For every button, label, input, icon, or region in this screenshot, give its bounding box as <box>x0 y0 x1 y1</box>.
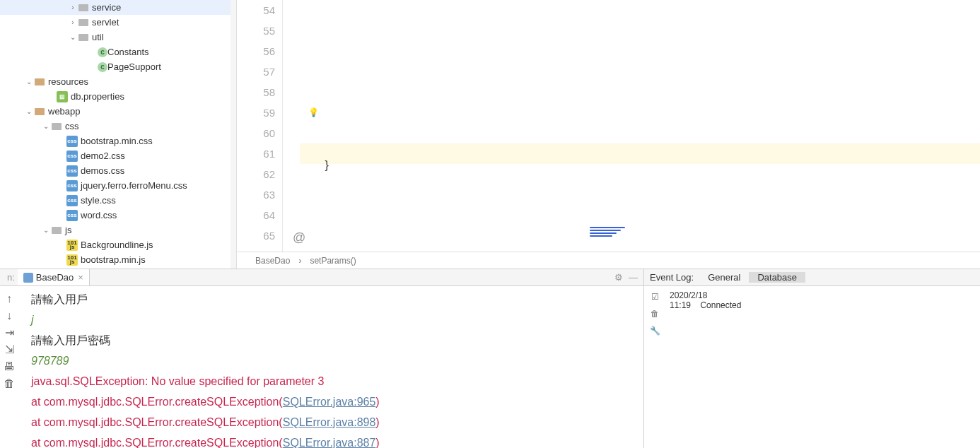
tree-label: word.css <box>81 210 117 220</box>
tree-label: PageSupport <box>107 61 161 72</box>
console-stack-line: at com.mysql.jdbc.SQLError.createSQLExce… <box>31 432 638 448</box>
fold-gutter[interactable]: @ <box>283 0 297 252</box>
stack-link[interactable]: SQLError.java:898 <box>283 416 376 428</box>
chevron-down-icon: ⌄ <box>41 122 51 130</box>
tree-item-util[interactable]: ⌄ util <box>0 30 236 45</box>
tree-label: style.css <box>81 195 116 206</box>
tree-item-pagesupport[interactable]: PageSupport <box>0 59 236 74</box>
tree-item[interactable]: jquery.ferro.ferroMenu-1.1.min.js <box>0 267 236 269</box>
close-icon[interactable]: × <box>78 272 83 283</box>
event-log-body: ☑ 🗑 🔧 2020/2/18 11:19 Connected <box>644 286 980 448</box>
tree-label: Backgroundline.js <box>81 240 153 250</box>
console-stack-line: at com.mysql.jdbc.SQLError.createSQLExce… <box>31 391 638 412</box>
chevron-down-icon: ⌄ <box>41 226 51 234</box>
tree-label: webapp <box>48 106 81 117</box>
tree-item[interactable]: word.css <box>0 208 236 223</box>
folder-icon <box>51 121 62 132</box>
code-area[interactable]: 545556 575859 606162 636465 @ } public s… <box>237 0 980 252</box>
class-icon <box>98 47 107 57</box>
tree-item-resources[interactable]: ⌄ resources <box>0 74 236 89</box>
chevron-down-icon: ⌄ <box>24 78 34 86</box>
tree-label: js <box>65 225 71 235</box>
tree-item-css[interactable]: ⌄ css <box>0 119 236 134</box>
file-icon <box>23 273 33 283</box>
clear-icon[interactable]: 🗑 <box>648 307 661 320</box>
chevron-down-icon: ⌄ <box>68 33 78 41</box>
breadcrumb-bar[interactable]: BaseDao › setParams() <box>237 252 980 269</box>
tree-label: bootstrap.min.css <box>81 136 153 146</box>
tree-item[interactable]: demo2.css <box>0 148 236 163</box>
scroll-to-end-icon[interactable]: ⇲ <box>3 343 16 355</box>
mark-read-icon[interactable]: ☑ <box>648 290 661 303</box>
scroll-down-icon[interactable]: ↓ <box>3 309 16 322</box>
tree-label: demos.css <box>81 165 124 176</box>
tree-label: service <box>92 2 121 13</box>
folder-icon <box>78 32 89 43</box>
js-file-icon <box>66 254 78 266</box>
soft-wrap-icon[interactable]: ⇥ <box>3 326 16 338</box>
event-log-tools: ☑ 🗑 🔧 <box>648 290 665 444</box>
css-file-icon <box>66 180 78 191</box>
event-entry: 11:19 Connected <box>670 300 976 310</box>
tab-prefix: n: <box>4 272 18 283</box>
tree-item-js[interactable]: ⌄ js <box>0 223 236 237</box>
event-log-tab-general[interactable]: General <box>699 272 749 283</box>
console-panel: n: BaseDao × ⚙ — ↑ ↓ ⇥ ⇲ 🖶 🗑 請輸入用戶 j 請輸入… <box>0 269 643 448</box>
clear-icon[interactable]: 🗑 <box>3 377 16 389</box>
console-toolbar: ↑ ↓ ⇥ ⇲ 🖶 🗑 <box>3 289 24 389</box>
scroll-up-icon[interactable]: ↑ <box>3 292 16 305</box>
css-file-icon <box>66 165 78 177</box>
tree-item[interactable]: jquery.ferro.ferroMenu.css <box>0 178 236 193</box>
chevron-right-icon: › <box>68 4 78 11</box>
tree-label: css <box>65 121 79 131</box>
tree-item-webapp[interactable]: ⌄ webapp <box>0 104 236 119</box>
console-tab[interactable]: BaseDao × <box>18 269 90 285</box>
print-icon[interactable]: 🖶 <box>3 360 16 372</box>
tree-item[interactable]: demos.css <box>0 163 236 178</box>
tree-item-dbprops[interactable]: db.properties <box>0 89 236 104</box>
tree-item[interactable]: Backgroundline.js <box>0 237 236 252</box>
tree-label: bootstrap.min.js <box>81 254 146 265</box>
class-icon <box>98 62 107 72</box>
project-file-tree[interactable]: › service › servlet ⌄ util Constants Pag… <box>0 0 237 269</box>
minimize-icon[interactable]: — <box>629 272 638 283</box>
css-file-icon <box>66 195 78 206</box>
tab-label: BaseDao <box>36 272 74 283</box>
event-date: 2020/2/18 <box>670 290 976 300</box>
tree-label: util <box>92 32 104 42</box>
tree-item[interactable]: bootstrap.min.css <box>0 134 236 148</box>
tree-label: jquery.ferro.ferroMenu.css <box>81 180 187 191</box>
folder-icon <box>78 2 89 13</box>
tree-item[interactable]: bootstrap.min.js <box>0 252 236 267</box>
console-output[interactable]: ↑ ↓ ⇥ ⇲ 🖶 🗑 請輸入用戶 j 請輸入用戶密碼 978789 java.… <box>0 286 643 448</box>
breadcrumb-item[interactable]: BaseDao <box>255 256 290 266</box>
console-stack-line: at com.mysql.jdbc.SQLError.createSQLExce… <box>31 412 638 432</box>
folder-icon <box>34 76 45 88</box>
tree-item-service[interactable]: › service <box>0 0 236 15</box>
code-editor: 545556 575859 606162 636465 @ } public s… <box>237 0 980 269</box>
folder-icon <box>78 17 89 28</box>
settings-icon[interactable]: 🔧 <box>648 324 661 337</box>
code-content[interactable]: } public static void setParams(PreparedS… <box>297 0 980 252</box>
folder-icon <box>51 225 62 236</box>
tree-label: db.properties <box>71 91 124 102</box>
tree-item-constants[interactable]: Constants <box>0 45 236 59</box>
gear-icon[interactable]: ⚙ <box>614 272 623 283</box>
breadcrumb-item[interactable]: setParams() <box>310 256 356 266</box>
console-line: 978789 <box>31 350 638 371</box>
tree-label: servlet <box>92 17 119 28</box>
stack-link[interactable]: SQLError.java:887 <box>283 437 376 448</box>
chevron-right-icon: › <box>68 18 78 26</box>
stack-link[interactable]: SQLError.java:965 <box>283 396 376 408</box>
tree-label: Constants <box>107 47 149 57</box>
console-line: 請輸入用戶 <box>31 289 638 310</box>
tree-label: resources <box>48 76 88 87</box>
folder-icon <box>34 106 45 117</box>
event-log-tab-database[interactable]: Database <box>749 272 805 283</box>
event-log-toolbar: Event Log: General Database <box>644 269 980 286</box>
tree-item-servlet[interactable]: › servlet <box>0 15 236 30</box>
line-number-gutter: 545556 575859 606162 636465 <box>237 0 283 252</box>
chevron-down-icon: ⌄ <box>24 107 34 115</box>
event-log-panel: Event Log: General Database ☑ 🗑 🔧 2020/2… <box>643 269 980 448</box>
tree-item[interactable]: style.css <box>0 193 236 208</box>
